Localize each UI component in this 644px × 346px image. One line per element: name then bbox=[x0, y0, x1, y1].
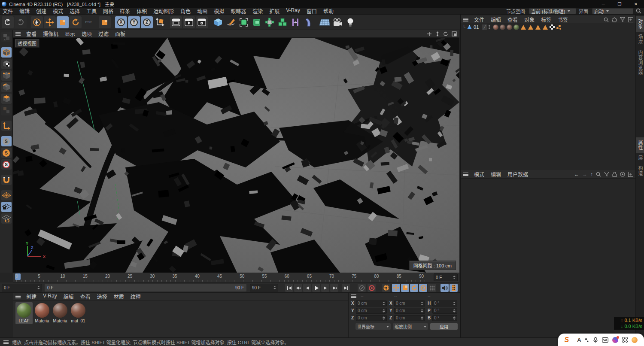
viewport-menu-item[interactable]: 显示 bbox=[65, 30, 75, 37]
menu-item[interactable]: 工具 bbox=[86, 7, 97, 15]
hierarchy-elbow-icon[interactable]: └ bbox=[462, 25, 465, 30]
material-thumbnail[interactable] bbox=[53, 303, 67, 318]
maximize-button[interactable]: ❐ bbox=[611, 0, 628, 8]
material-item[interactable]: Materia bbox=[33, 302, 51, 324]
ruler-tick[interactable]: 30 bbox=[150, 273, 158, 279]
bend-deformer-button[interactable] bbox=[302, 16, 314, 28]
workplane-button[interactable] bbox=[1, 190, 12, 200]
om-menu-item[interactable]: 对象 bbox=[524, 16, 535, 23]
snap-3d-button[interactable]: S bbox=[1, 148, 12, 158]
material-tag[interactable] bbox=[507, 24, 512, 30]
y-axis-lock-button[interactable]: Y bbox=[128, 16, 140, 28]
current-frame-field[interactable]: 0 F bbox=[434, 273, 458, 281]
spline-pen-button[interactable] bbox=[225, 16, 237, 28]
search-icon[interactable] bbox=[596, 172, 601, 177]
move-tool[interactable] bbox=[44, 16, 56, 28]
start-frame-field[interactable]: 0 F bbox=[2, 284, 42, 291]
am-menu-item[interactable]: 用户数据 bbox=[507, 170, 528, 178]
material-menu-item[interactable]: 查看 bbox=[80, 293, 91, 300]
key-scale-toggle[interactable] bbox=[401, 284, 409, 292]
key-rotation-toggle[interactable] bbox=[410, 284, 418, 292]
previous-frame-button[interactable] bbox=[303, 284, 311, 292]
menu-item[interactable]: 编辑 bbox=[19, 7, 30, 15]
ruler-tick[interactable]: 45 bbox=[217, 273, 225, 279]
enable-snap-button[interactable]: S bbox=[1, 136, 12, 146]
model-mode-button[interactable] bbox=[1, 47, 12, 58]
tab-objects[interactable]: 对象 bbox=[636, 16, 644, 32]
om-menu-item[interactable]: 标签 bbox=[541, 16, 551, 23]
view-label[interactable]: 透视视图 bbox=[15, 39, 39, 48]
material-thumbnail[interactable] bbox=[17, 303, 31, 318]
goto-start-button[interactable] bbox=[285, 284, 293, 292]
search-icon[interactable] bbox=[604, 17, 609, 22]
dolly-view-icon[interactable] bbox=[435, 31, 440, 36]
play-button[interactable] bbox=[312, 284, 320, 292]
om-menu-item[interactable]: 文件 bbox=[474, 16, 484, 23]
ime-menu-icon[interactable] bbox=[622, 337, 628, 343]
history-forward-icon[interactable]: → bbox=[582, 171, 587, 177]
ime-emoji-icon[interactable] bbox=[632, 337, 638, 343]
tab-structure[interactable]: 构造 bbox=[636, 163, 644, 179]
viewport-canvas[interactable]: 透视视图 网格间距 : 100 cm Y Z X bbox=[13, 38, 459, 273]
ruler-tick[interactable]: 10 bbox=[60, 273, 68, 279]
menu-item[interactable]: 扩展 bbox=[269, 7, 279, 15]
node-space-dropdown[interactable]: 当前 (标准/物理) bbox=[529, 8, 576, 14]
key-pla-toggle[interactable] bbox=[428, 284, 436, 292]
apply-button[interactable]: 应用 bbox=[430, 323, 458, 330]
material-tag[interactable] bbox=[513, 24, 519, 30]
goto-end-button[interactable] bbox=[342, 284, 350, 292]
undo-button[interactable] bbox=[2, 16, 14, 28]
ruler-tick[interactable]: 50 bbox=[240, 273, 247, 279]
next-frame-button[interactable] bbox=[321, 284, 329, 292]
add-cube-primitive-button[interactable] bbox=[212, 16, 224, 28]
render-view-button[interactable] bbox=[170, 16, 182, 28]
snap-2d-button[interactable]: S bbox=[1, 159, 12, 170]
autokey-button[interactable] bbox=[368, 284, 376, 292]
hamburger-icon[interactable] bbox=[463, 18, 468, 21]
ruler-tick[interactable]: 80 bbox=[374, 273, 382, 279]
scale-y-field[interactable]: 0 cm bbox=[394, 308, 425, 314]
field-button[interactable] bbox=[289, 16, 301, 28]
point-mode-button[interactable] bbox=[1, 70, 12, 81]
parent-up-icon[interactable]: ↑ bbox=[590, 171, 593, 177]
viewport-menu-item[interactable]: 查看 bbox=[26, 30, 36, 37]
x-axis-lock-button[interactable]: X bbox=[115, 16, 127, 28]
make-editable-button[interactable] bbox=[1, 32, 12, 42]
ruler-tick[interactable]: 55 bbox=[262, 273, 270, 279]
menu-item[interactable]: 文件 bbox=[3, 7, 13, 15]
rotate-view-icon[interactable] bbox=[443, 31, 448, 36]
object-row[interactable]: └ 01 ╱ bbox=[461, 23, 636, 31]
search-icon[interactable] bbox=[636, 8, 641, 14]
tab-content-browser[interactable]: 内容浏览器 bbox=[636, 47, 644, 78]
polygon-selection-tag[interactable] bbox=[543, 25, 548, 30]
scale-z-field[interactable]: 0 cm bbox=[394, 315, 425, 321]
object-manager-body[interactable]: └ 01 ╱ bbox=[461, 23, 636, 169]
floor-button[interactable] bbox=[319, 16, 331, 28]
align-workplane-button[interactable] bbox=[1, 213, 12, 224]
microphone-icon[interactable] bbox=[593, 337, 598, 343]
material-menu-item[interactable]: 纹理 bbox=[131, 293, 141, 300]
camera-button[interactable] bbox=[331, 16, 343, 28]
ruler-tick[interactable]: 75 bbox=[352, 273, 359, 279]
play-sound-toggle[interactable] bbox=[440, 284, 449, 292]
interface-dropdown[interactable]: 启动 bbox=[592, 8, 633, 14]
scale-x-field[interactable]: 0 cm bbox=[394, 300, 425, 307]
tab-attributes[interactable]: 属性 bbox=[636, 137, 644, 153]
polygon-selection-tag[interactable] bbox=[535, 25, 541, 30]
generator-button[interactable] bbox=[251, 16, 263, 28]
ruler-tick[interactable]: 40 bbox=[195, 273, 203, 279]
menu-item[interactable]: V-Ray bbox=[286, 7, 300, 15]
coordinate-system-button[interactable] bbox=[154, 16, 166, 28]
material-thumbnail[interactable] bbox=[35, 303, 49, 318]
coordinate-tool[interactable] bbox=[99, 16, 111, 28]
hamburger-icon[interactable] bbox=[3, 340, 9, 344]
hamburger-icon[interactable] bbox=[15, 295, 21, 298]
filter-icon[interactable] bbox=[620, 17, 625, 22]
edge-mode-button[interactable] bbox=[1, 82, 12, 92]
visibility-toggle[interactable]: ╱ bbox=[482, 24, 487, 30]
menu-item[interactable]: 帮助 bbox=[323, 7, 334, 15]
light-button[interactable] bbox=[344, 16, 356, 28]
material-thumbnail[interactable] bbox=[71, 303, 85, 318]
material-item[interactable]: mat_01 bbox=[70, 302, 87, 324]
uvw-tag[interactable] bbox=[550, 24, 555, 30]
